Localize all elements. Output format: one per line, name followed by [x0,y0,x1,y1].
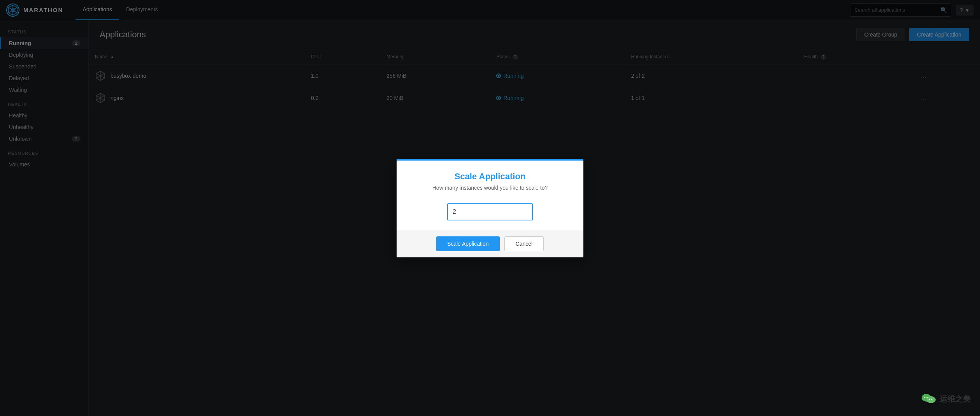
cancel-button[interactable]: Cancel [504,236,544,251]
modal-subtitle: How many instances would you like to sca… [409,185,571,191]
watermark-text: 运维之美 [940,394,971,404]
scale-instances-input[interactable] [447,203,533,220]
wechat-icon [921,391,936,407]
svg-point-29 [929,399,930,400]
svg-point-30 [931,399,933,400]
scale-application-button[interactable]: Scale Application [436,236,500,251]
modal-footer: Scale Application Cancel [397,230,583,257]
modal-body [397,196,583,230]
scale-application-modal: Scale Application How many instances wou… [397,159,583,257]
svg-point-28 [927,397,928,398]
svg-point-27 [924,397,926,398]
modal-header: Scale Application How many instances wou… [397,159,583,196]
modal-title: Scale Application [409,171,571,182]
watermark: 运维之美 [921,391,971,407]
modal-overlay: Scale Application How many instances wou… [0,0,980,416]
svg-point-26 [926,396,936,403]
